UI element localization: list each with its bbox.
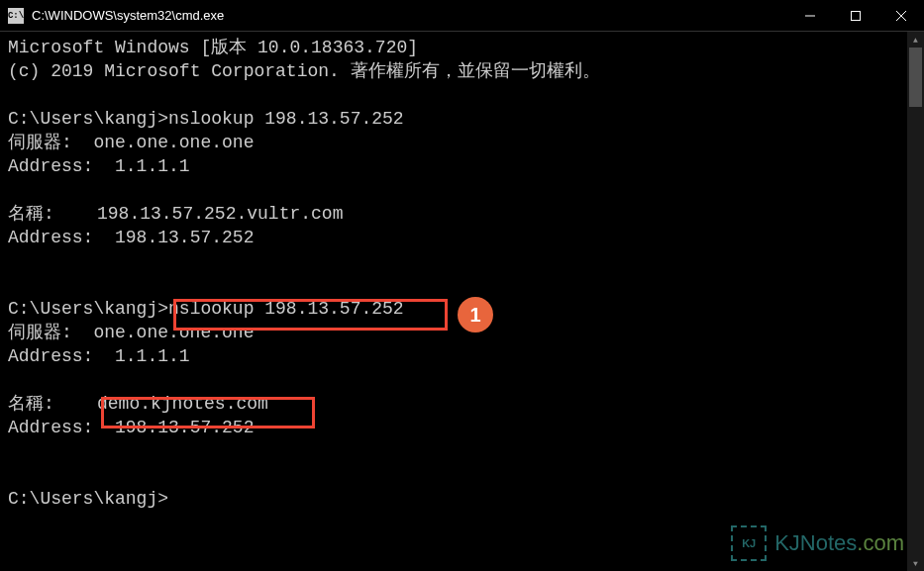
svg-rect-1	[852, 11, 861, 20]
terminal-line: Address: 198.13.57.252	[8, 228, 254, 247]
terminal-line: Address: 1.1.1.1	[8, 346, 190, 366]
terminal-line: (c) 2019 Microsoft Corporation. 著作權所有，並保…	[8, 61, 600, 81]
watermark-logo-icon: KJ	[731, 525, 767, 561]
terminal-line: C:\Users\kangj>	[8, 489, 168, 509]
cmd-icon: C:\	[8, 8, 24, 24]
terminal-line: 名稱: 198.13.57.252.vultr.com	[8, 204, 343, 224]
window-titlebar: C:\ C:\WINDOWS\system32\cmd.exe	[0, 0, 924, 32]
terminal-line: C:\Users\kangj>nslookup 198.13.57.252	[8, 299, 404, 319]
scrollbar-thumb[interactable]	[909, 48, 922, 107]
window-controls	[787, 0, 924, 31]
terminal-line: Microsoft Windows [版本 10.0.18363.720]	[8, 38, 418, 57]
terminal-line: Address: 1.1.1.1	[8, 156, 190, 176]
terminal-line: C:\Users\kangj>nslookup 198.13.57.252	[8, 109, 404, 129]
annotation-badge-1: 1	[458, 297, 493, 333]
terminal-line: 伺服器: one.one.one.one	[8, 133, 254, 152]
minimize-button[interactable]	[787, 0, 833, 31]
terminal-line: 名稱: demo.kjnotes.com	[8, 394, 268, 414]
maximize-button[interactable]	[833, 0, 878, 31]
watermark-text: KJNotes.com	[774, 530, 904, 556]
scroll-down-arrow-icon[interactable]: ▼	[907, 555, 924, 571]
close-button[interactable]	[878, 0, 924, 31]
window-title: C:\WINDOWS\system32\cmd.exe	[32, 8, 787, 23]
terminal-line: Address: 198.13.57.252	[8, 418, 254, 437]
vertical-scrollbar[interactable]: ▲ ▼	[907, 32, 924, 571]
scroll-up-arrow-icon[interactable]: ▲	[907, 32, 924, 48]
terminal-line: 伺服器: one.one.one.one	[8, 323, 254, 342]
watermark: KJ KJNotes.com	[731, 525, 904, 561]
